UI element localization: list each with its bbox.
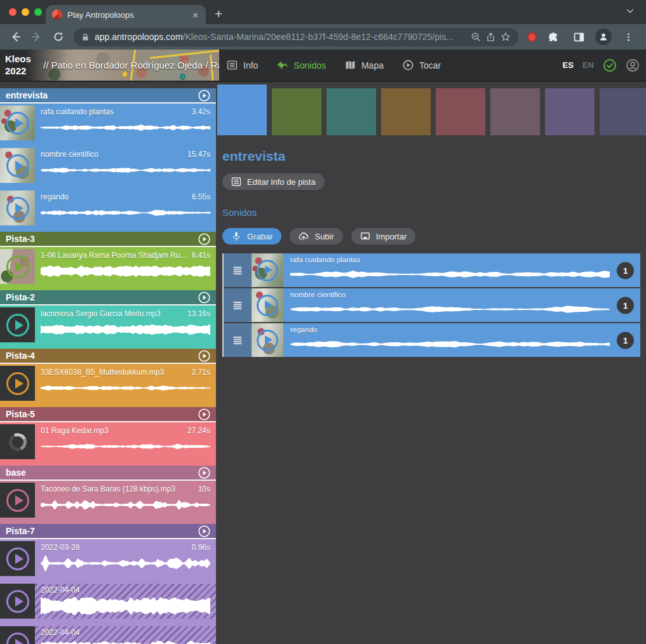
sound-waveform <box>290 264 610 285</box>
track-section-header[interactable]: Pista-4 <box>0 349 216 363</box>
track-color-tab-7[interactable] <box>545 88 595 135</box>
play-icon[interactable] <box>6 547 29 570</box>
waveform <box>41 123 210 133</box>
play-icon[interactable] <box>6 314 29 337</box>
nav-item-info[interactable]: Info <box>227 60 258 70</box>
sound-waveform <box>290 333 610 355</box>
track-play-icon[interactable] <box>198 292 210 304</box>
sidebar-sound-item[interactable]: 2022-04-04 <box>0 584 216 619</box>
track-play-icon[interactable] <box>198 408 210 420</box>
play-icon[interactable] <box>6 255 29 278</box>
play-icon[interactable] <box>6 633 29 644</box>
close-tab-icon[interactable]: × <box>191 9 199 21</box>
browser-menu-icon[interactable] <box>619 28 637 46</box>
play-icon[interactable] <box>257 330 278 351</box>
track-section-header[interactable]: Pista-5 <box>0 407 216 421</box>
play-icon[interactable] <box>6 590 29 613</box>
close-window-button[interactable] <box>9 8 17 16</box>
back-icon[interactable] <box>6 28 24 46</box>
play-icon[interactable] <box>257 260 278 281</box>
sidebar-sound-item[interactable]: nombre cientifico15.47s <box>0 148 216 183</box>
forward-icon[interactable] <box>28 28 46 46</box>
sidebar-sound-item[interactable]: regando6.55s <box>0 191 216 225</box>
play-icon[interactable] <box>6 112 29 135</box>
zoom-out-icon[interactable] <box>471 32 481 42</box>
nav-item-tocar[interactable]: Tocar <box>403 60 441 70</box>
track-play-icon[interactable] <box>198 90 210 102</box>
new-tab-button[interactable]: + <box>215 6 222 24</box>
grabar-button[interactable]: Grabar <box>222 228 281 245</box>
track-section-header[interactable]: Pista-7 <box>0 524 216 538</box>
sound-row[interactable]: regando1 <box>224 323 640 357</box>
drag-handle[interactable] <box>224 288 252 322</box>
sound-row[interactable]: rafa cuidando plantas1 <box>224 253 640 287</box>
nav-item-sonidos[interactable]: Sonidos <box>277 60 326 70</box>
edit-track-info-button[interactable]: Editar info de pista <box>222 173 325 190</box>
sidebar-sound-item[interactable]: 1-06 Lavanya Rama Poorna Shadjam Rupak..… <box>0 249 216 284</box>
track-color-tab-8[interactable] <box>600 88 646 135</box>
sound-item-toprow: 2022-04-04 <box>41 586 210 594</box>
drag-handle[interactable] <box>224 253 252 287</box>
extensions-puzzle-icon[interactable] <box>544 28 562 46</box>
drag-handle[interactable] <box>224 323 252 357</box>
track-section-header[interactable]: Pista-3 <box>0 232 216 246</box>
track-section-header[interactable]: base <box>0 466 216 480</box>
profile-avatar[interactable] <box>595 29 612 45</box>
app-logo[interactable]: Kleos 2022 <box>5 50 31 81</box>
play-icon[interactable] <box>6 372 29 395</box>
minimize-window-button[interactable] <box>22 8 29 16</box>
track-play-icon[interactable] <box>198 467 210 479</box>
sidebar-sound-item[interactable]: 2022-03-280.96s <box>0 541 216 576</box>
track-play-icon[interactable] <box>198 233 210 245</box>
track-color-tab-4[interactable] <box>381 88 431 135</box>
browser-tab[interactable]: Play Antropoloops × <box>46 5 206 24</box>
account-icon[interactable] <box>626 58 640 72</box>
play-icon[interactable] <box>6 154 29 177</box>
app-header: // Patio en Bordador Rodríguez Ojeda / R… <box>0 50 646 82</box>
sidebar-sound-item[interactable]: Taconeo de Sara Baras (128 kbps).mp310s <box>0 483 216 518</box>
action-button-label: Grabar <box>247 232 273 241</box>
address-bar[interactable]: app.antropoloops.com/Kleos-Santa-Marina/… <box>74 28 518 46</box>
language-en[interactable]: EN <box>582 60 594 70</box>
sidebar-sound-item[interactable]: rafa cuidando plantas3.42s <box>0 105 216 140</box>
sound-item-toprow: rafa cuidando plantas3.42s <box>41 107 210 116</box>
importar-button[interactable]: Importar <box>351 228 415 245</box>
waveform <box>41 166 210 175</box>
language-es[interactable]: ES <box>563 60 574 70</box>
share-icon[interactable] <box>486 32 495 42</box>
play-icon[interactable] <box>6 197 29 220</box>
sidebar-sound-item[interactable]: lacrimosa Sergio García Merlo.mp313.16s <box>0 307 216 342</box>
sidebar-sound-item[interactable]: 2022-04-04 <box>0 626 216 644</box>
play-icon[interactable] <box>6 489 29 512</box>
nav-item-mapa[interactable]: Mapa <box>345 60 384 70</box>
sound-row-content: nombre cientifico <box>283 288 640 322</box>
saved-check-icon[interactable] <box>603 58 617 72</box>
track-section-Pista-5: Pista-501 Raga Kedar.mp327.24s <box>0 407 216 466</box>
track-play-icon[interactable] <box>198 525 210 537</box>
nav-item-label: Tocar <box>419 60 441 70</box>
reload-icon[interactable] <box>50 28 67 46</box>
sidebar-sound-item[interactable]: 01 Raga Kedar.mp327.24s <box>0 424 216 459</box>
subir-button[interactable]: Subir <box>290 228 342 245</box>
side-panel-icon[interactable] <box>570 28 588 46</box>
bookmark-star-icon[interactable] <box>501 32 511 42</box>
track-color-tab-2[interactable] <box>272 88 321 135</box>
play-icon[interactable] <box>257 295 278 316</box>
track-color-tab-5[interactable] <box>436 88 485 135</box>
track-color-tab-3[interactable] <box>326 88 376 135</box>
record-extension-icon[interactable] <box>527 32 537 42</box>
toolbar-extensions <box>525 28 640 46</box>
map-thumbnail[interactable]: // Patio en Bordador Rodríguez Ojeda / R… <box>25 50 219 81</box>
sound-row[interactable]: nombre cientifico1 <box>224 288 640 322</box>
track-play-icon[interactable] <box>198 350 210 362</box>
sidebar-sound-item[interactable]: 33ESX6038_B5_Muthedukkum.mp32.71s <box>0 366 216 401</box>
sound-item-toprow: regando6.55s <box>41 192 210 201</box>
sound-title: rafa cuidando plantas <box>41 107 118 116</box>
track-section-header[interactable]: Pista-2 <box>0 290 216 304</box>
tab-search-chevron-icon[interactable] <box>626 6 635 18</box>
track-color-tab-6[interactable] <box>490 88 540 135</box>
track-color-tab-1[interactable] <box>217 84 267 135</box>
waveform <box>41 208 210 218</box>
track-section-header[interactable]: entrevista <box>0 88 216 102</box>
fullscreen-window-button[interactable] <box>34 8 42 16</box>
